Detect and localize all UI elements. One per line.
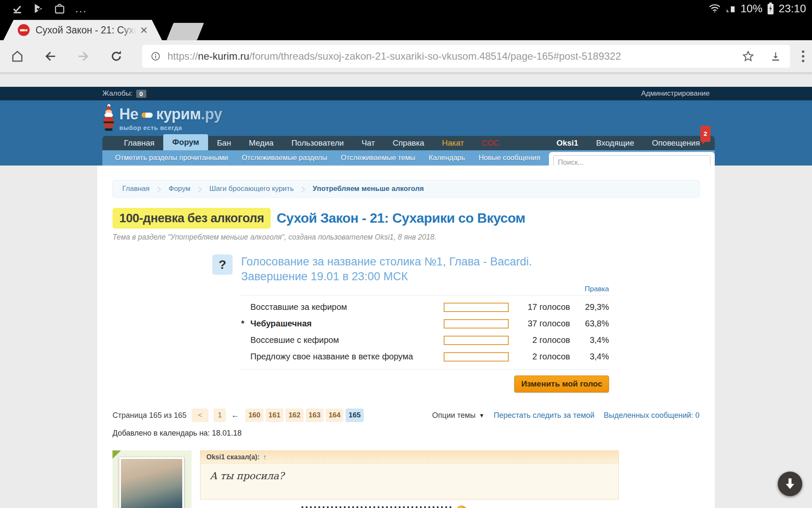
option-bar: [444, 336, 509, 345]
prev-page-button[interactable]: <: [192, 409, 208, 422]
subnav-watched-threads[interactable]: Отслеживаемые темы: [334, 154, 422, 162]
home-icon[interactable]: [10, 49, 25, 64]
selected-posts-link[interactable]: Выделенных сообщений: 0: [604, 411, 700, 420]
back-icon[interactable]: [43, 49, 58, 64]
page-164-button[interactable]: 164: [326, 409, 343, 422]
site-favicon-icon: [18, 24, 30, 36]
poll-edit-link[interactable]: Правка: [585, 285, 609, 293]
quote-author: Oksi1 сказал(а):: [206, 453, 260, 461]
option-percent: 3,4%: [570, 335, 609, 345]
down-arrow-icon: [785, 478, 796, 490]
active-tab[interactable]: Сухой Закон - 21: Сухарики ×: [3, 20, 162, 40]
crumb-section[interactable]: Шаги бросающего курить: [209, 185, 294, 193]
background-tab[interactable]: [167, 23, 204, 40]
nav-item-users[interactable]: Пользователи: [283, 136, 353, 150]
clipped-post-line: [200, 506, 700, 508]
post-author-cell: [112, 450, 192, 508]
nav-item-nakat[interactable]: Накат: [433, 136, 473, 150]
nav-item-media[interactable]: Медиа: [240, 136, 282, 150]
crumb-home[interactable]: Главная: [122, 185, 150, 193]
page-160-button[interactable]: 160: [245, 409, 263, 422]
thread-title-bar: 100-дневка без алкоголя Сухой Закон - 21…: [112, 208, 700, 229]
page-162-button[interactable]: 162: [285, 409, 303, 422]
unfollow-thread-link[interactable]: Перестать следить за темой: [494, 411, 594, 420]
poll-results: Восставшие за кефиром 17 голосов 29,3% *…: [241, 295, 609, 367]
pagination-bar: Страница 165 из 165 < 1 ← 160 161 162 16…: [112, 409, 700, 422]
bookmark-star-icon[interactable]: [742, 50, 754, 63]
option-star: *: [241, 319, 250, 329]
option-percent: 3,4%: [570, 352, 609, 362]
nav-item-glavnaya[interactable]: Главная: [115, 136, 163, 150]
nav-item-help[interactable]: Справка: [384, 136, 433, 150]
subnav-mark-read[interactable]: Отметить разделы прочитанными: [108, 154, 235, 162]
poll-option-row: Восставшие за кефиром 17 голосов 29,3%: [241, 299, 609, 315]
page-163-button[interactable]: 163: [306, 409, 324, 422]
battery-icon: [767, 2, 774, 15]
quote-jump-arrow[interactable]: ↑: [263, 453, 266, 461]
subnav-new-posts[interactable]: Новые сообщения: [472, 154, 547, 162]
thread-prefix-badge: 100-дневка без алкоголя: [112, 208, 271, 229]
browser-menu-icon[interactable]: [801, 49, 805, 64]
download-icon[interactable]: [770, 50, 782, 62]
poll-option-row: * Чебурашечная 37 голосов 63,8%: [241, 315, 609, 332]
option-bar: [444, 319, 509, 329]
site-logo[interactable]: Некурим.ру выбор есть всегда: [102, 105, 222, 132]
site-header: Некурим.ру выбор есть всегда Главная Фор…: [0, 100, 812, 166]
question-icon: ?: [212, 254, 233, 275]
alerts-count-badge[interactable]: 2: [700, 126, 710, 142]
nav-username[interactable]: Oksi1: [548, 136, 587, 150]
crumb-current[interactable]: Употребляем меньше алкоголя: [313, 185, 424, 193]
battery-percent: 10%: [741, 2, 763, 15]
santa-logo-icon: [102, 105, 115, 132]
poll-option-row: Предложу свое название в ветке форума 2 …: [241, 348, 609, 365]
option-votes: 2 голосов: [509, 335, 570, 345]
close-tab-icon[interactable]: ×: [140, 24, 148, 36]
subnav-calendar[interactable]: Календарь: [422, 154, 472, 162]
nav-alerts[interactable]: Оповещения2: [643, 136, 709, 150]
nav-inbox[interactable]: Входящие: [587, 136, 643, 150]
overflow-dots-icon: ...: [75, 2, 87, 15]
info-icon[interactable]: [151, 51, 161, 61]
quote-block: Oksi1 сказал(а): ↑ А ты просила?: [200, 450, 619, 500]
logo-word-ru: .ру: [201, 105, 222, 123]
tab-title-fade: [121, 20, 140, 40]
moderator-bar: Жалобы: 0 Администрирование: [0, 87, 812, 100]
browser-toolbar: https://ne-kurim.ru/forum/threads/suxoj-…: [0, 40, 812, 73]
current-page-button[interactable]: 165: [346, 409, 363, 422]
crumb-sep-icon: >: [198, 183, 202, 195]
nav-item-forum[interactable]: Форум: [163, 134, 208, 150]
page-counter: Страница 165 из 165: [112, 411, 187, 420]
complaints-label[interactable]: Жалобы:: [102, 89, 133, 98]
browser-tab-strip: Сухой Закон - 21: Сухарики ×: [0, 17, 812, 40]
wifi-icon: [708, 3, 721, 14]
nav-item-chat[interactable]: Чат: [353, 136, 384, 150]
avatar[interactable]: [119, 457, 184, 508]
complaints-count-badge: 0: [136, 90, 146, 98]
scroll-down-fab[interactable]: [778, 472, 802, 496]
option-votes: 17 голосов: [509, 302, 570, 312]
quick-search-container: [549, 152, 715, 166]
reload-icon[interactable]: [109, 49, 123, 64]
calendar-note: Добавлено в календарь на: 18.01.18: [112, 429, 700, 438]
nav-item-sos[interactable]: СОС: [473, 136, 508, 150]
thread-options-menu[interactable]: Опции темы▼: [432, 411, 484, 420]
url-bar[interactable]: https://ne-kurim.ru/forum/threads/suxoj-…: [142, 45, 790, 68]
option-votes: 37 голосов: [509, 319, 570, 329]
option-votes: 2 голосов: [509, 352, 570, 362]
first-page-button[interactable]: 1: [214, 409, 226, 422]
forward-icon[interactable]: [76, 49, 91, 64]
main-nav: Главная Форум Бан Медиа Пользователи Чат…: [102, 136, 715, 150]
url-text: https://ne-kurim.ru/forum/threads/suxoj-…: [167, 50, 727, 62]
thread-title: Сухой Закон - 21: Сухарики со Вкусом: [277, 210, 525, 226]
crumb-forum[interactable]: Форум: [168, 185, 190, 193]
subnav-watched-forums[interactable]: Отслеживаемые разделы: [235, 154, 334, 162]
change-vote-button[interactable]: Изменить мой голос: [514, 375, 609, 392]
nav-item-ban[interactable]: Бан: [208, 136, 240, 150]
option-percent: 29,3%: [570, 302, 609, 312]
page-161-button[interactable]: 161: [266, 409, 283, 422]
option-label: Предложу свое название в ветке форума: [250, 352, 444, 362]
option-label: Чебурашечная: [250, 319, 444, 329]
quote-text: А ты просила?: [200, 464, 618, 499]
admin-link[interactable]: Администрирование: [641, 89, 710, 98]
option-bar: [444, 352, 509, 362]
